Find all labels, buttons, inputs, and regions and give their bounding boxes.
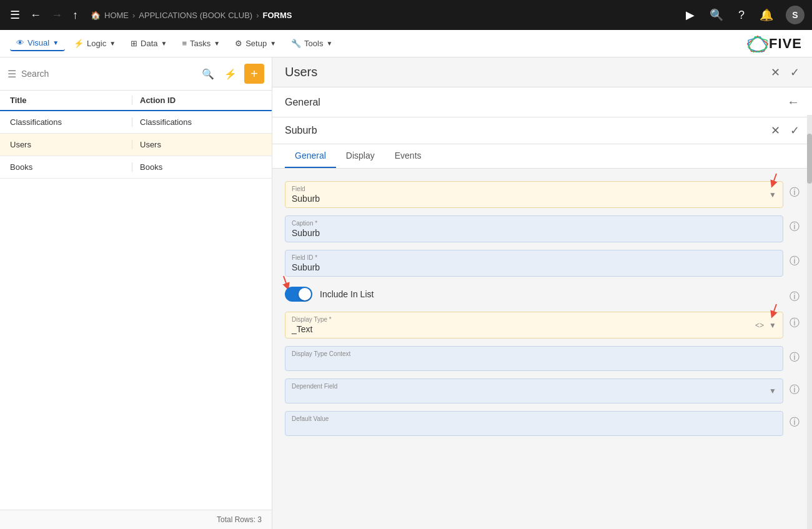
display-type-context-field[interactable]: Display Type Context — [285, 346, 783, 371]
table-row[interactable]: Users Users — [0, 134, 272, 156]
close-icon[interactable]: ✕ — [771, 66, 780, 79]
svg-line-4 — [284, 276, 287, 287]
nav-setup[interactable]: ⚙ Setup ▼ — [229, 36, 282, 51]
tab-general[interactable]: General — [285, 144, 336, 168]
bell-icon[interactable]: 🔔 — [757, 6, 776, 24]
breadcrumb-home[interactable]: HOME — [104, 11, 129, 20]
top-nav-bar: ☰ ← → ↑ 🏠 HOME › APPLICATIONS (BOOK CLUB… — [0, 0, 812, 30]
caption-field[interactable]: Caption * Suburb — [285, 215, 783, 242]
scrollbar-thumb[interactable] — [807, 134, 812, 184]
dependent-field-arrow: ▼ — [769, 387, 776, 395]
fieldid-row: Field ID * Suburb ⓘ — [285, 250, 800, 277]
data-icon: ⊞ — [131, 39, 137, 48]
default-value-field[interactable]: Default Value — [285, 411, 783, 436]
forward-nav-icon[interactable]: → — [49, 6, 65, 24]
breadcrumb-forms[interactable]: FORMS — [262, 11, 292, 20]
scrollbar-track[interactable] — [807, 115, 812, 529]
filter-icon[interactable]: ☰ — [7, 68, 16, 80]
table-row[interactable]: Classifications Classifications — [0, 111, 272, 134]
back-nav-icon[interactable]: ← — [27, 6, 44, 24]
nav-data[interactable]: ⊞ Data ▼ — [124, 36, 173, 51]
hamburger-icon[interactable]: ☰ — [7, 6, 22, 24]
display-type-context-label: Display Type Context — [292, 350, 776, 357]
suburb-header: Suburb ✕ ✓ — [272, 117, 812, 144]
tasks-icon: ≡ — [182, 39, 187, 48]
search-icon[interactable]: 🔍 — [199, 66, 217, 82]
left-toolbar: ☰ 🔍 ⚡ + — [0, 57, 272, 91]
breadcrumb-appclub[interactable]: APPLICATIONS (BOOK CLUB) — [139, 11, 252, 20]
nav-logic[interactable]: ⚡ Logic ▼ — [67, 36, 122, 51]
add-button[interactable]: + — [244, 64, 264, 84]
display-type-label: Display Type * — [292, 316, 776, 323]
row-classifications-title: Classifications — [10, 117, 132, 127]
tasks-chevron: ▼ — [214, 40, 220, 47]
code-icon: <> — [755, 321, 764, 330]
avatar[interactable]: S — [786, 6, 805, 24]
suburb-close-icon[interactable]: ✕ — [771, 124, 780, 137]
svg-line-5 — [773, 304, 776, 315]
caption-help-icon[interactable]: ⓘ — [790, 220, 800, 234]
users-header-icons: ✕ ✓ — [771, 66, 800, 79]
dependent-field-field[interactable]: Dependent Field ▼ — [285, 378, 783, 403]
nav-visual[interactable]: 👁 Visual ▼ — [10, 36, 65, 51]
display-type-field[interactable]: Display Type * _Text <> ▼ — [285, 312, 783, 339]
fieldid-label: Field ID * — [292, 254, 776, 261]
caption-row: Caption * Suburb ⓘ — [285, 215, 800, 242]
fieldid-help-icon[interactable]: ⓘ — [790, 255, 800, 268]
back-arrow-icon[interactable]: ← — [787, 95, 800, 109]
display-type-dropdown-arrow: ▼ — [769, 321, 776, 330]
logic-icon: ⚡ — [74, 39, 84, 48]
play-icon[interactable]: ▶ — [683, 6, 697, 24]
field-row: Field Suburb ▼ ⓘ — [285, 181, 800, 208]
search-global-icon[interactable]: 🔍 — [707, 6, 726, 24]
right-content: Users ✕ ✓ General ← Suburb ✕ ✓ General D… — [272, 57, 812, 529]
row-classifications-action: Classifications — [132, 117, 262, 127]
tab-display[interactable]: Display — [336, 144, 385, 168]
total-rows-label: Total Rows: 3 — [10, 515, 262, 524]
tab-events[interactable]: Events — [385, 144, 432, 168]
nav-tools[interactable]: 🔧 Tools ▼ — [285, 36, 339, 51]
tools-chevron: ▼ — [326, 40, 332, 47]
users-title: Users — [285, 65, 771, 79]
setup-icon: ⚙ — [235, 39, 242, 48]
field-help-icon[interactable]: ⓘ — [790, 186, 800, 199]
check-icon[interactable]: ✓ — [790, 66, 800, 79]
field-value: Suburb — [292, 194, 776, 204]
row-users-title: Users — [10, 140, 132, 149]
caption-label: Caption * — [292, 220, 776, 227]
display-type-help-icon[interactable]: ⓘ — [790, 317, 800, 330]
display-type-context-help-icon[interactable]: ⓘ — [790, 351, 800, 364]
fieldid-field[interactable]: Field ID * Suburb — [285, 250, 783, 277]
toggle-thumb — [299, 288, 311, 300]
help-global-icon[interactable]: ? — [736, 6, 747, 24]
dependent-field-label: Dependent Field — [292, 383, 776, 390]
nav-tasks[interactable]: ≡ Tasks ▼ — [176, 36, 226, 51]
dependent-field-row: Dependent Field ▼ ⓘ — [285, 378, 800, 403]
include-list-label: Include In List — [320, 289, 374, 299]
five-logo: FIVE — [746, 35, 802, 52]
svg-marker-2 — [746, 35, 769, 52]
default-value-wrap: Default Value — [285, 411, 783, 436]
lightning-icon[interactable]: ⚡ — [222, 66, 239, 82]
row-books-title: Books — [10, 162, 132, 172]
search-input[interactable] — [21, 69, 194, 79]
include-list-help-icon[interactable]: ⓘ — [790, 290, 800, 304]
field-field[interactable]: Field Suburb ▼ — [285, 181, 783, 208]
main-layout: ☰ 🔍 ⚡ + Title Action ID Classifications … — [0, 57, 812, 529]
default-value-help-icon[interactable]: ⓘ — [790, 416, 800, 429]
breadcrumb-sep-2: › — [256, 11, 259, 20]
table-header: Title Action ID — [0, 91, 272, 111]
table-row[interactable]: Books Books — [0, 156, 272, 179]
general-title: General — [285, 97, 787, 108]
dependent-field-help-icon[interactable]: ⓘ — [790, 383, 800, 397]
second-nav-bar: 👁 Visual ▼ ⚡ Logic ▼ ⊞ Data ▼ ≡ Tasks ▼ … — [0, 30, 812, 57]
tools-icon: 🔧 — [291, 39, 301, 48]
default-value-label: Default Value — [292, 415, 776, 422]
eye-icon: 👁 — [16, 38, 24, 47]
field-dropdown-arrow: ▼ — [769, 190, 776, 199]
col-actionid-header: Action ID — [132, 96, 262, 105]
up-nav-icon[interactable]: ↑ — [70, 6, 81, 24]
display-type-row: Display Type * _Text <> ▼ ⓘ — [285, 312, 800, 339]
suburb-check-icon[interactable]: ✓ — [790, 124, 800, 137]
include-list-toggle[interactable] — [285, 287, 312, 302]
